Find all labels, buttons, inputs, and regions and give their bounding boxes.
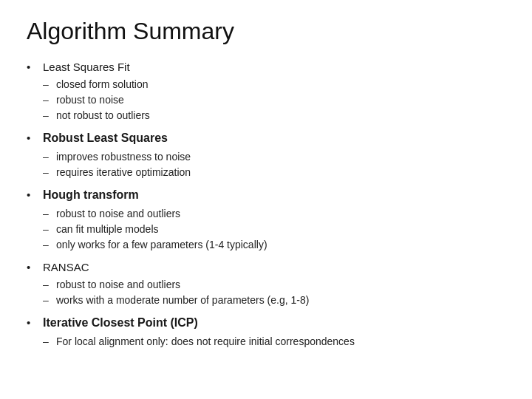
sub-item-text: requires iterative optimization [56,165,191,180]
sub-item-text: For local alignment only: does not requi… [56,334,355,349]
list-item: –improves robustness to noise [43,149,505,165]
list-item: –robust to noise and outliers [43,206,505,222]
bullet-item-hough-transform: •Hough transform [27,186,505,205]
bullet-point: • [27,259,43,276]
bullet-item-robust-least-squares: •Robust Least Squares [27,129,505,148]
list-item: –For local alignment only: does not requ… [43,334,505,349]
section-label-robust-least-squares: Robust Least Squares [43,129,168,148]
sub-items-robust-least-squares: –improves robustness to noise–requires i… [43,149,505,180]
section-icp: •Iterative Closest Point (ICP)–For local… [27,314,505,349]
sub-item-text: robust to noise and outliers [56,206,180,222]
dash-icon: – [43,237,56,253]
list-item: –can fit multiple models [43,222,505,237]
section-ransac: •RANSAC–robust to noise and outliers–wor… [27,259,505,308]
list-item: –only works for a few parameters (1-4 ty… [43,237,505,253]
section-label-icp: Iterative Closest Point (ICP) [43,314,198,332]
bullet-point: • [27,58,43,75]
sub-item-text: robust to noise [56,92,124,108]
section-label-hough-transform: Hough transform [43,186,139,205]
list-item: –not robust to outliers [43,108,505,123]
dash-icon: – [43,108,56,123]
sub-item-text: not robust to outliers [56,108,150,123]
list-item: –robust to noise and outliers [43,277,505,293]
dash-icon: – [43,277,56,293]
sub-items-icp: –For local alignment only: does not requ… [43,334,505,349]
dash-icon: – [43,77,56,92]
bullet-item-ransac: •RANSAC [27,259,505,276]
sub-items-least-squares: –closed form solution–robust to noise–no… [43,77,505,123]
dash-icon: – [43,206,56,222]
dash-icon: – [43,165,56,180]
list-item: –robust to noise [43,92,505,108]
sub-items-ransac: –robust to noise and outliers–works with… [43,277,505,308]
sub-item-text: closed form solution [56,77,149,92]
main-content: •Least Squares Fit–closed form solution–… [27,58,505,349]
bullet-item-icp: •Iterative Closest Point (ICP) [27,314,505,332]
sub-item-text: can fit multiple models [56,222,159,237]
dash-icon: – [43,222,56,237]
dash-icon: – [43,92,56,108]
sub-item-text: only works for a few parameters (1-4 typ… [56,237,267,253]
list-item: –works with a moderate number of paramet… [43,293,505,308]
bullet-point: • [27,129,43,146]
section-label-least-squares: Least Squares Fit [43,58,130,75]
sub-item-text: improves robustness to noise [56,149,191,165]
dash-icon: – [43,334,56,349]
section-label-ransac: RANSAC [43,259,89,276]
bullet-point: • [27,186,43,203]
list-item: –requires iterative optimization [43,165,505,180]
dash-icon: – [43,293,56,308]
bullet-item-least-squares: •Least Squares Fit [27,58,505,75]
section-robust-least-squares: •Robust Least Squares–improves robustnes… [27,129,505,180]
list-item: –closed form solution [43,77,505,92]
sub-items-hough-transform: –robust to noise and outliers–can fit mu… [43,206,505,253]
sub-item-text: robust to noise and outliers [56,277,180,293]
dash-icon: – [43,149,56,165]
page-title: Algorithm Summary [27,18,505,45]
section-least-squares: •Least Squares Fit–closed form solution–… [27,58,505,123]
section-hough-transform: •Hough transform–robust to noise and out… [27,186,505,253]
sub-item-text: works with a moderate number of paramete… [56,293,309,308]
bullet-point: • [27,314,43,331]
